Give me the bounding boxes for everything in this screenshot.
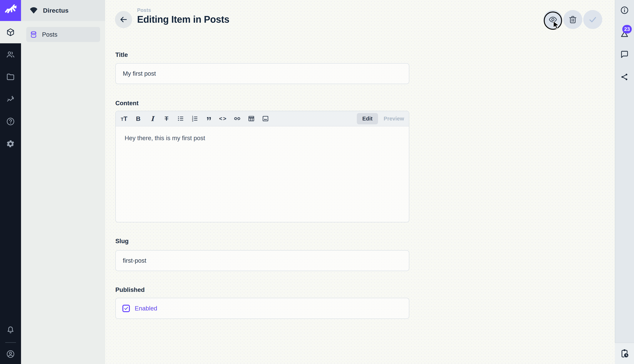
bulleted-list-button[interactable] [176, 114, 185, 124]
insights-icon [6, 95, 15, 104]
directus-logo[interactable] [0, 0, 21, 21]
comment-icon [620, 50, 629, 59]
numbered-list-icon: 1 2 3 [191, 115, 199, 122]
right-sidebar: 23 [615, 0, 634, 364]
strikethrough-icon: T [165, 116, 168, 122]
user-circle-icon [6, 350, 15, 358]
tab-edit[interactable]: Edit [357, 113, 378, 124]
module-bar [0, 0, 21, 364]
info-icon [620, 6, 629, 14]
image-button[interactable] [261, 114, 270, 124]
delete-item-button[interactable] [563, 10, 582, 29]
module-insights[interactable] [0, 88, 21, 110]
editor-textarea[interactable]: Hey there, this is my first post [116, 126, 409, 142]
rabbit-icon [4, 4, 17, 17]
people-icon [6, 50, 15, 59]
sidebar-item-label: Posts [42, 31, 58, 38]
code-button[interactable]: <> [218, 114, 228, 124]
slug-input[interactable] [115, 250, 409, 271]
module-content[interactable] [0, 21, 21, 43]
italic-icon: I [151, 115, 154, 122]
bold-button[interactable]: B [134, 114, 143, 124]
folder-icon [6, 72, 15, 81]
save-item-button[interactable] [583, 10, 602, 29]
account-button[interactable] [0, 344, 21, 364]
italic-button[interactable]: I [148, 114, 157, 124]
eye-icon [548, 15, 557, 24]
share-sidebar-button[interactable] [615, 66, 634, 88]
published-field-label: Published [115, 286, 145, 293]
back-button[interactable] [115, 11, 132, 28]
gear-icon [6, 140, 15, 148]
checkbox-check-icon [124, 306, 129, 311]
module-settings[interactable] [0, 132, 21, 155]
numbered-list-button[interactable]: 1 2 3 [190, 114, 199, 124]
module-bar-divider [5, 342, 16, 343]
trash-icon [568, 15, 577, 24]
clipboard-clock-icon [620, 349, 629, 358]
header-actions [543, 10, 602, 29]
content-text: Hey there, this is my first post [125, 134, 205, 142]
directus-app: Directus Posts Posts Editing Item in Pos… [0, 0, 634, 364]
preview-item-button[interactable] [543, 10, 562, 29]
help-icon [6, 117, 15, 126]
database-icon [30, 31, 38, 38]
sidebar-item-posts[interactable]: Posts [26, 27, 100, 42]
published-checkbox[interactable] [122, 305, 130, 312]
bulleted-list-icon [177, 115, 184, 122]
markdown-editor: TT B I T 1 2 3 [115, 111, 409, 222]
tab-preview[interactable]: Preview [382, 113, 406, 124]
format-size-button[interactable]: TT [120, 114, 129, 124]
title-field-label: Title [115, 51, 128, 58]
code-icon: <> [219, 116, 227, 122]
bold-icon: B [136, 116, 141, 122]
link-icon [234, 115, 241, 122]
svg-text:3: 3 [192, 120, 193, 122]
link-button[interactable] [233, 114, 242, 124]
arrow-left-icon [119, 15, 128, 24]
format-size-icon: TT [121, 116, 127, 122]
slug-field-label: Slug [115, 238, 129, 245]
fan-icon [29, 6, 38, 15]
project-header[interactable]: Directus [21, 0, 105, 21]
bell-icon [6, 326, 15, 334]
notifications-button[interactable] [0, 319, 21, 341]
title-block: Posts Editing Item in Posts [137, 8, 229, 25]
content-field-label: Content [115, 100, 139, 107]
table-icon [248, 115, 255, 122]
page-title: Editing Item in Posts [137, 14, 229, 25]
module-users[interactable] [0, 43, 21, 66]
blockquote-icon: ” [206, 118, 212, 123]
published-field: Enabled [115, 298, 409, 319]
flows-sidebar-button[interactable] [615, 342, 634, 364]
title-input[interactable] [115, 63, 409, 84]
module-docs[interactable] [0, 110, 21, 132]
main-content: Posts Editing Item in Posts [105, 0, 615, 364]
info-sidebar-button[interactable] [615, 0, 634, 20]
share-icon [620, 73, 629, 81]
comments-sidebar-button[interactable] [615, 43, 634, 66]
published-checkbox-label[interactable]: Enabled [135, 305, 157, 312]
table-button[interactable] [247, 114, 256, 124]
blockquote-button[interactable]: ” [204, 114, 214, 124]
module-files[interactable] [0, 66, 21, 88]
revisions-count-badge: 23 [622, 25, 632, 34]
image-icon [262, 115, 269, 122]
strikethrough-button[interactable]: T [162, 114, 171, 124]
revisions-sidebar-button[interactable]: 23 [615, 20, 634, 43]
check-icon [588, 15, 597, 24]
project-name: Directus [43, 7, 69, 14]
box-icon [6, 28, 15, 36]
editor-toolbar: TT B I T 1 2 3 [116, 111, 409, 126]
navigation-sidebar: Directus Posts [21, 0, 105, 364]
breadcrumb[interactable]: Posts [137, 8, 229, 13]
